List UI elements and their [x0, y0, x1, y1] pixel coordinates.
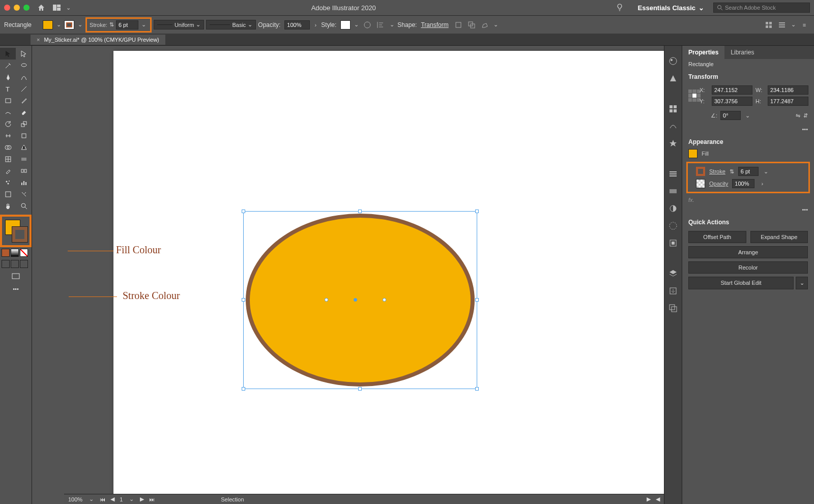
search-adobe-stock[interactable]: Search Adobe Stock [713, 3, 810, 13]
magic-wand-tool[interactable] [0, 60, 16, 71]
paintbrush-tool[interactable] [16, 95, 32, 106]
arrange-button[interactable]: Arrange [688, 246, 808, 258]
stroke-label[interactable]: Stroke [709, 168, 725, 174]
tab-libraries[interactable]: Libraries [724, 46, 760, 59]
stroke-color-box[interactable] [12, 227, 27, 242]
arrange-documents-icon[interactable] [51, 2, 63, 13]
opacity-input[interactable] [732, 179, 754, 188]
symbols-panel-icon[interactable] [668, 138, 678, 149]
offset-path-button[interactable]: Offset Path [688, 231, 746, 243]
artboards-panel-icon[interactable] [668, 303, 678, 313]
draw-normal-icon[interactable] [2, 260, 10, 268]
workspace-switcher[interactable]: Essentials Classic ⌄ [634, 2, 708, 14]
home-icon[interactable] [37, 4, 45, 12]
panel-list-icon[interactable] [776, 19, 788, 31]
appearance-panel-icon[interactable] [668, 221, 678, 231]
y-input[interactable] [712, 97, 752, 106]
stroke-weight-input[interactable] [738, 167, 759, 176]
direct-selection-tool[interactable] [16, 48, 32, 60]
close-window-icon[interactable] [4, 5, 10, 11]
corner-widget-icon[interactable] [325, 298, 328, 302]
minimize-window-icon[interactable] [14, 5, 20, 11]
maximize-window-icon[interactable] [23, 5, 30, 11]
recolor-button[interactable]: Recolor [688, 261, 808, 274]
mesh-tool[interactable] [0, 153, 16, 165]
eraser-tool[interactable] [16, 106, 32, 118]
resize-handle[interactable] [358, 210, 362, 213]
align-icon[interactable] [375, 19, 386, 31]
column-graph-tool[interactable] [16, 176, 32, 188]
nav-first-icon[interactable]: ⏮ [100, 496, 105, 502]
nav-last-icon[interactable]: ⏭ [149, 496, 155, 502]
blend-tool[interactable] [16, 165, 32, 176]
gradient-panel-icon[interactable] [668, 186, 678, 196]
resize-handle[interactable] [475, 210, 479, 213]
variable-width-profile[interactable]: Uniform ⌄ [154, 20, 205, 29]
zoom-tool[interactable] [16, 200, 32, 212]
h-input[interactable] [768, 97, 808, 106]
chevron-down-icon[interactable]: ⌄ [55, 21, 62, 28]
rotate-input[interactable] [720, 111, 741, 120]
stroke-swatch[interactable] [64, 20, 74, 29]
shape-builder-tool[interactable] [0, 141, 16, 153]
tab-properties[interactable]: Properties [682, 46, 724, 59]
layers-panel-icon[interactable] [668, 269, 678, 279]
brush-definition[interactable]: Basic ⌄ [206, 20, 256, 29]
stroke-swatch[interactable] [696, 167, 705, 176]
isolate-back-icon[interactable] [466, 19, 477, 31]
scroll-right-icon[interactable]: ◀ [656, 496, 660, 502]
screen-mode-icon[interactable] [0, 270, 32, 284]
shaper-tool[interactable] [0, 106, 16, 118]
stepper-icon[interactable]: ⇅ [730, 168, 734, 175]
opacity-swatch[interactable] [696, 179, 705, 188]
w-input[interactable] [768, 85, 808, 95]
rectangle-tool[interactable] [0, 95, 16, 106]
width-tool[interactable] [0, 130, 16, 141]
center-point-icon[interactable] [354, 298, 357, 302]
brushes-panel-icon[interactable] [668, 121, 678, 131]
more-options-icon[interactable]: ••• [802, 206, 808, 213]
opacity-input[interactable] [284, 20, 310, 29]
fill-swatch[interactable] [688, 149, 697, 158]
color-mode-solid[interactable] [2, 249, 10, 257]
chevron-down-icon[interactable]: ⌄ [353, 21, 360, 28]
rotate-tool[interactable] [0, 118, 16, 130]
chevron-down-icon[interactable]: ⌄ [744, 112, 751, 119]
chevron-down-icon[interactable]: ⌄ [88, 496, 95, 502]
menu-icon[interactable]: ≡ [799, 19, 810, 31]
selection-tool[interactable] [0, 48, 16, 60]
edit-toolbar-icon[interactable]: ••• [0, 284, 32, 294]
artboard-number[interactable]: 1 [120, 496, 123, 502]
chevron-down-icon[interactable]: ⌄ [388, 21, 395, 28]
chevron-down-icon[interactable]: ⌄ [140, 21, 148, 28]
chevron-down-icon[interactable]: ⌄ [128, 496, 135, 502]
stroke-weight-input[interactable] [116, 20, 138, 29]
lasso-tool[interactable] [16, 60, 32, 71]
x-input[interactable] [712, 85, 752, 95]
slice-tool[interactable] [16, 188, 32, 200]
zoom-level[interactable]: 100% [68, 496, 82, 502]
perspective-grid-tool[interactable] [16, 141, 32, 153]
resize-handle[interactable] [358, 387, 362, 391]
scale-tool[interactable] [16, 118, 32, 130]
draw-inside-icon[interactable] [20, 260, 28, 268]
recolor-artwork-icon[interactable] [362, 19, 373, 31]
chevron-down-icon[interactable]: ⌄ [796, 277, 808, 289]
chevron-down-icon[interactable]: ⌄ [790, 21, 797, 28]
draw-behind-icon[interactable] [11, 260, 19, 268]
color-mode-none[interactable] [20, 249, 28, 257]
free-transform-tool[interactable] [16, 130, 32, 141]
canvas[interactable]: Fill Colour Stroke Colour 100% ⌄ ⏮ ◀ 1 ⌄… [32, 46, 664, 504]
asset-export-panel-icon[interactable] [668, 286, 678, 296]
resize-handle[interactable] [242, 387, 245, 391]
resize-handle[interactable] [242, 210, 245, 213]
graphic-styles-panel-icon[interactable] [668, 238, 678, 248]
swatches-panel-icon[interactable] [668, 104, 678, 114]
chevron-down-icon[interactable]: ⌄ [763, 168, 770, 175]
chevron-right-icon[interactable]: › [312, 22, 319, 28]
more-options-icon[interactable]: ••• [802, 126, 808, 132]
lightbulb-icon[interactable] [616, 4, 624, 12]
curvature-tool[interactable] [16, 71, 32, 83]
chevron-down-icon[interactable]: ⌄ [492, 21, 500, 28]
nav-prev-icon[interactable]: ◀ [110, 496, 114, 502]
